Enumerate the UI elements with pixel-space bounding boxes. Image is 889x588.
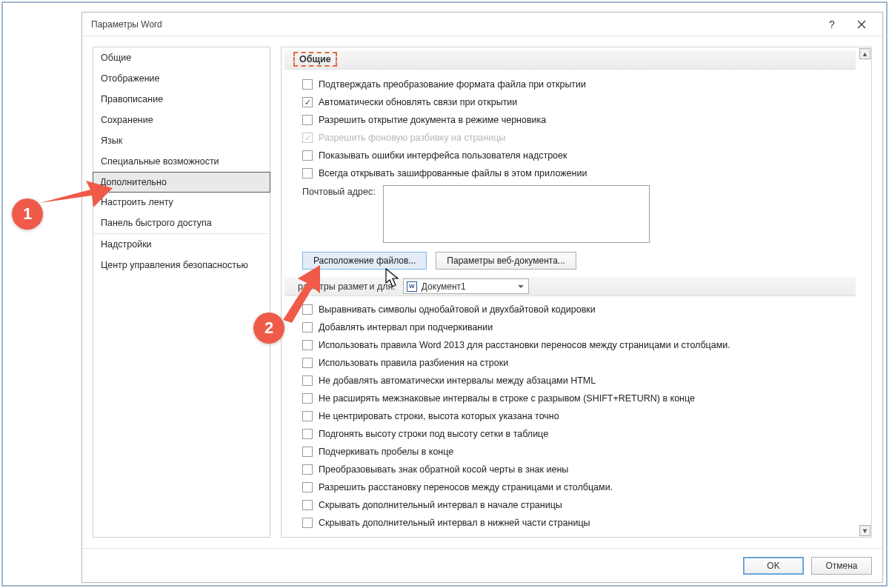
checkbox-icon <box>302 115 313 125</box>
mailing-address-label: Почтовый адрес: <box>302 185 376 197</box>
sidebar-item-general[interactable]: Общие <box>93 47 270 68</box>
layout-opt[interactable]: Не расширять межзнаковые интервалы в стр… <box>302 390 853 407</box>
sidebar-item-save[interactable]: Сохранение <box>93 110 270 130</box>
general-options: Подтверждать преобразование формата файл… <box>282 76 859 182</box>
layout-document-value: Документ1 <box>422 281 466 292</box>
layout-options: Выравнивать символы однобайтовой и двухб… <box>282 301 859 532</box>
section-title-general: Общие <box>293 52 337 67</box>
checkbox-icon <box>302 340 313 350</box>
layout-opt[interactable]: Подгонять высоту строки под высоту сетки… <box>302 425 853 443</box>
scroll-up-button[interactable]: ▲ <box>859 48 870 59</box>
layout-opt[interactable]: Скрывать дополнительный интервал в нижне… <box>302 514 853 532</box>
mailing-address-textarea[interactable] <box>383 185 650 243</box>
opt-confirm-conversion[interactable]: Подтверждать преобразование формата файл… <box>302 76 853 93</box>
checkbox-icon <box>302 304 313 315</box>
checkbox-icon <box>302 168 313 178</box>
close-icon <box>857 20 866 29</box>
sidebar-item-accessibility[interactable]: Специальные возможности <box>93 151 270 173</box>
layout-opt[interactable]: Скрывать дополнительный интервал в начал… <box>302 496 853 514</box>
word-options-dialog: Параметры Word ? Общие Отображение Право… <box>81 12 883 583</box>
ok-button[interactable]: OK <box>743 557 804 575</box>
checkbox-icon <box>302 322 313 333</box>
category-sidebar: Общие Отображение Правописание Сохранени… <box>93 47 270 538</box>
checkbox-icon <box>302 150 313 161</box>
checkbox-icon <box>302 482 313 492</box>
opt-background-pagination: Разрешить фоновую разбивку на страницы <box>302 129 853 147</box>
annotation-badge-1: 1 <box>12 198 43 230</box>
web-options-button[interactable]: Параметры веб-документа... <box>436 252 576 270</box>
mailing-address-row: Почтовый адрес: <box>282 182 859 247</box>
sidebar-item-trust-center[interactable]: Центр управления безопасностью <box>93 255 270 275</box>
checkbox-icon <box>302 79 313 90</box>
close-button[interactable] <box>847 14 876 35</box>
options-panel: ▲ ▼ Общие Подтверждать преобразование фо… <box>281 47 872 538</box>
checkbox-icon <box>302 447 313 457</box>
layout-document-select[interactable]: W Документ1 <box>403 278 529 294</box>
annotation-badge-2: 2 <box>253 313 284 344</box>
sidebar-item-quick-access[interactable]: Панель быстрого доступа <box>93 213 270 234</box>
layout-title-part2: и для: <box>370 281 396 292</box>
titlebar: Параметры Word ? <box>82 13 882 36</box>
checkbox-icon <box>302 133 313 143</box>
layout-opt[interactable]: Разрешить расстановку переносов между ст… <box>302 478 853 496</box>
sidebar-item-addins[interactable]: Надстройки <box>93 234 270 255</box>
checkbox-icon <box>302 500 313 510</box>
section-header-general: Общие <box>284 50 856 70</box>
chevron-down-icon <box>518 285 524 288</box>
layout-opt[interactable]: Добавлять интервал при подчеркивании <box>302 318 853 336</box>
opt-show-addin-ui-errors[interactable]: Показывать ошибки интерфейса пользовател… <box>302 147 853 164</box>
checkbox-icon <box>302 518 313 528</box>
checkbox-icon <box>302 375 313 386</box>
sidebar-item-customize-ribbon[interactable]: Настроить ленту <box>93 192 270 213</box>
sidebar-item-display[interactable]: Отображение <box>93 68 270 89</box>
checkbox-icon <box>302 464 313 475</box>
checkbox-icon <box>302 429 313 439</box>
help-button[interactable]: ? <box>817 14 847 35</box>
dialog-footer: OK Отмена <box>82 548 882 582</box>
layout-opt[interactable]: Не центрировать строки, высота которых у… <box>302 407 853 425</box>
cancel-button[interactable]: Отмена <box>811 557 872 575</box>
layout-opt[interactable]: Не добавлять автоматически интервалы меж… <box>302 372 853 390</box>
file-locations-button[interactable]: Расположение файлов... <box>302 252 427 270</box>
checkbox-icon <box>302 411 313 421</box>
sidebar-item-language[interactable]: Язык <box>93 130 270 151</box>
checkbox-icon <box>302 393 313 404</box>
layout-opt[interactable]: Подчеркивать пробелы в конце <box>302 443 853 461</box>
word-document-icon: W <box>407 281 417 292</box>
opt-open-encrypted[interactable]: Всегда открывать зашифрованные файлы в э… <box>302 164 853 182</box>
layout-opt[interactable]: Использовать правила разбиения на строки <box>302 354 853 372</box>
layout-title-part1: раметры размет <box>298 281 368 292</box>
checkbox-icon <box>302 97 313 107</box>
opt-open-draft[interactable]: Разрешить открытие документа в режиме че… <box>302 111 853 129</box>
layout-opt[interactable]: Использовать правила Word 2013 для расст… <box>302 336 853 354</box>
sidebar-item-proofing[interactable]: Правописание <box>93 89 270 110</box>
sidebar-item-advanced[interactable]: Дополнительно <box>93 172 270 193</box>
opt-auto-update-links[interactable]: Автоматически обновлять связи при открыт… <box>302 93 853 111</box>
checkbox-icon <box>302 358 313 368</box>
section-header-layout: раметры размет и для: W Документ1 <box>284 277 856 296</box>
window-title: Параметры Word <box>91 19 817 30</box>
layout-opt[interactable]: Выравнивать символы однобайтовой и двухб… <box>302 301 853 318</box>
layout-opt[interactable]: Преобразовывать знак обратной косой черт… <box>302 461 853 478</box>
scroll-down-button[interactable]: ▼ <box>859 525 870 536</box>
